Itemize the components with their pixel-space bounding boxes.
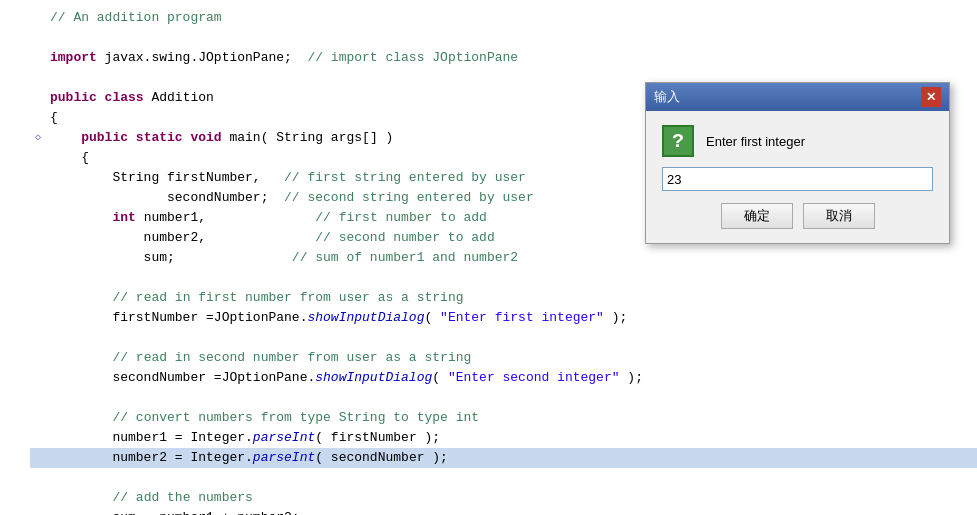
code-line: sum = number1 + number2; [0, 508, 977, 515]
line-number [0, 88, 30, 108]
line-content: // add the numbers [46, 488, 977, 508]
dialog-title: 输入 [654, 88, 680, 106]
dialog-cancel-button[interactable]: 取消 [803, 203, 875, 229]
line-arrow [30, 208, 46, 228]
dialog-close-button[interactable]: ✕ [921, 87, 941, 107]
line-arrow [30, 148, 46, 168]
line-content: firstNumber =JOptionPane.showInputDialog… [46, 308, 977, 328]
code-token: parseInt [253, 450, 315, 465]
code-token: // first string entered by user [284, 170, 526, 185]
code-token: showInputDialog [307, 310, 424, 325]
code-token: // sum of number1 and number2 [292, 250, 518, 265]
code-token: main( String args[] ) [229, 130, 393, 145]
code-line: // An addition program [0, 8, 977, 28]
line-arrow [30, 168, 46, 188]
code-line: import javax.swing.JOptionPane; // impor… [0, 48, 977, 68]
code-token: import [50, 50, 105, 65]
code-token: "Enter first integer" [440, 310, 604, 325]
code-token: firstNumber =JOptionPane. [50, 310, 307, 325]
line-arrow [30, 28, 46, 48]
line-number [0, 508, 30, 515]
line-number [0, 8, 30, 28]
code-token: // import class JOptionPane [307, 50, 518, 65]
line-arrow [30, 88, 46, 108]
code-token: // An addition program [50, 10, 222, 25]
line-number [0, 428, 30, 448]
code-token: ( [424, 310, 440, 325]
code-token: { [50, 150, 89, 165]
line-arrow [30, 288, 46, 308]
line-content: number1 = Integer.parseInt( firstNumber … [46, 428, 977, 448]
code-editor: // An addition programimport javax.swing… [0, 0, 977, 515]
code-line: // read in second number from user as a … [0, 348, 977, 368]
code-token: number1 = Integer. [50, 430, 253, 445]
code-token: public [50, 90, 105, 105]
code-line: firstNumber =JOptionPane.showInputDialog… [0, 308, 977, 328]
line-content [46, 28, 977, 48]
line-arrow [30, 368, 46, 388]
line-arrow [30, 328, 46, 348]
code-token: // first number to add [315, 210, 487, 225]
dialog-buttons: 确定 取消 [662, 203, 933, 229]
code-token: sum; [50, 250, 292, 265]
line-arrow [30, 188, 46, 208]
line-content: import javax.swing.JOptionPane; // impor… [46, 48, 977, 68]
dialog-input[interactable] [662, 167, 933, 191]
code-line [0, 388, 977, 408]
code-token [50, 350, 112, 365]
line-arrow [30, 348, 46, 368]
code-token: javax.swing.JOptionPane; [105, 50, 308, 65]
line-arrow [30, 48, 46, 68]
dialog-titlebar: 输入 ✕ [646, 83, 949, 111]
code-token: { [50, 110, 58, 125]
line-number [0, 308, 30, 328]
line-arrow [30, 468, 46, 488]
code-token: number1, [144, 210, 316, 225]
line-arrow [30, 388, 46, 408]
code-token: showInputDialog [315, 370, 432, 385]
line-number [0, 28, 30, 48]
line-content: number2 = Integer.parseInt( secondNumber… [46, 448, 977, 468]
line-arrow [30, 248, 46, 268]
line-arrow [30, 108, 46, 128]
code-token [50, 410, 112, 425]
line-arrow [30, 268, 46, 288]
code-token: // read in second number from user as a … [112, 350, 471, 365]
dialog-body: ? Enter first integer 确定 取消 [646, 111, 949, 243]
code-line [0, 328, 977, 348]
line-content: // convert numbers from type String to t… [46, 408, 977, 428]
line-number [0, 168, 30, 188]
code-token: // read in first number from user as a s… [112, 290, 463, 305]
line-number [0, 128, 30, 148]
code-token: // second string entered by user [284, 190, 534, 205]
line-number [0, 268, 30, 288]
code-token [50, 210, 112, 225]
code-token: void [190, 130, 229, 145]
dialog-message: Enter first integer [706, 134, 805, 149]
code-token [50, 490, 112, 505]
code-token: ); [620, 370, 643, 385]
line-arrow [30, 68, 46, 88]
code-token: ); [604, 310, 627, 325]
code-line: secondNumber =JOptionPane.showInputDialo… [0, 368, 977, 388]
code-token [50, 290, 112, 305]
dialog-question-icon: ? [662, 125, 694, 157]
code-line: number2 = Integer.parseInt( secondNumber… [0, 448, 977, 468]
line-content: sum = number1 + number2; [46, 508, 977, 515]
line-arrow [30, 448, 46, 468]
line-content: sum; // sum of number1 and number2 [46, 248, 977, 268]
line-number [0, 48, 30, 68]
line-number [0, 228, 30, 248]
line-number [0, 448, 30, 468]
line-number [0, 348, 30, 368]
line-number [0, 248, 30, 268]
code-token: ( [432, 370, 448, 385]
code-line [0, 28, 977, 48]
code-token: public [81, 130, 136, 145]
dialog-confirm-button[interactable]: 确定 [721, 203, 793, 229]
line-number [0, 488, 30, 508]
input-dialog: 输入 ✕ ? Enter first integer 确定 取消 [645, 82, 950, 244]
code-line [0, 468, 977, 488]
line-number [0, 288, 30, 308]
line-number [0, 148, 30, 168]
